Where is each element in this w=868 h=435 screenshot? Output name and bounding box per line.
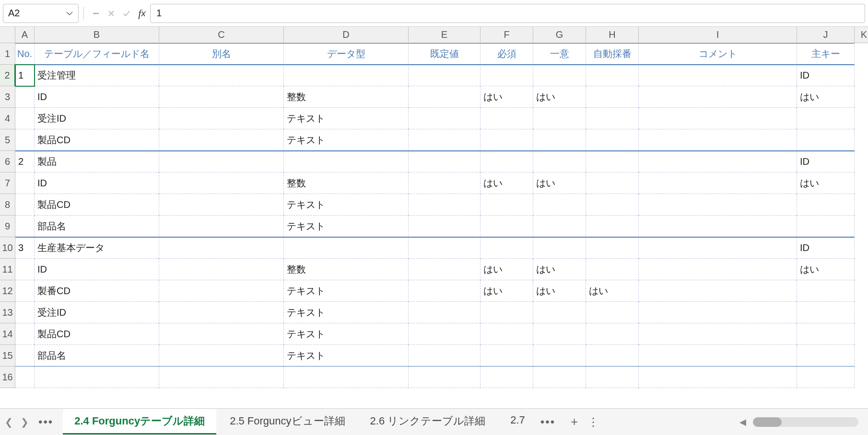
cell[interactable] xyxy=(639,259,797,280)
cell[interactable] xyxy=(586,345,639,366)
cell[interactable]: はい xyxy=(533,86,586,108)
table-header-cell[interactable]: コメント xyxy=(639,43,797,65)
cell[interactable] xyxy=(533,129,586,151)
cell[interactable] xyxy=(15,345,35,366)
column-header[interactable]: C xyxy=(159,27,284,43)
row-header[interactable]: 6 xyxy=(0,151,15,172)
cell[interactable] xyxy=(639,86,797,108)
cell[interactable] xyxy=(15,259,35,280)
cell[interactable]: はい xyxy=(586,280,639,302)
cell[interactable] xyxy=(159,151,284,172)
table-header-cell[interactable]: 自動採番 xyxy=(586,43,639,65)
tab-overflow-icon[interactable]: ••• xyxy=(540,415,561,429)
cell[interactable] xyxy=(35,366,159,388)
cell[interactable]: テキスト xyxy=(284,216,409,237)
cell[interactable]: はい xyxy=(533,280,586,302)
row-header[interactable]: 4 xyxy=(0,108,15,129)
cell[interactable]: テキスト xyxy=(284,194,409,216)
tab-prev-icon[interactable]: ❮ xyxy=(5,416,13,428)
cell[interactable] xyxy=(409,194,481,216)
cell[interactable] xyxy=(409,280,481,302)
cell[interactable]: 受注管理 xyxy=(35,65,159,86)
cell[interactable] xyxy=(797,108,855,129)
cell[interactable]: テキスト xyxy=(284,302,409,323)
cell[interactable]: テキスト xyxy=(284,129,409,151)
cell[interactable] xyxy=(159,366,284,388)
cell[interactable] xyxy=(159,216,284,237)
cell[interactable] xyxy=(586,237,639,259)
cell[interactable]: はい xyxy=(481,172,533,194)
cell[interactable] xyxy=(639,194,797,216)
sheet-tab[interactable]: 2.4 Forguncyテーブル詳細 xyxy=(63,409,216,435)
cell[interactable]: ID xyxy=(797,151,855,172)
cell[interactable] xyxy=(159,172,284,194)
cell[interactable] xyxy=(586,302,639,323)
cell[interactable] xyxy=(639,65,797,86)
cell[interactable]: 部品名 xyxy=(35,216,159,237)
cell[interactable] xyxy=(15,172,35,194)
cell[interactable] xyxy=(797,194,855,216)
cell[interactable]: はい xyxy=(797,259,855,280)
name-box[interactable]: A2 xyxy=(3,4,79,23)
tab-next-icon[interactable]: ❯ xyxy=(21,416,29,428)
cell[interactable] xyxy=(409,108,481,129)
cell[interactable]: 2 xyxy=(15,151,35,172)
horizontal-scrollbar[interactable] xyxy=(753,417,858,427)
cell[interactable] xyxy=(533,323,586,345)
cell[interactable] xyxy=(159,65,284,86)
cell[interactable] xyxy=(159,280,284,302)
cell[interactable] xyxy=(586,366,639,388)
enter-icon[interactable] xyxy=(121,8,132,19)
cell[interactable] xyxy=(481,237,533,259)
cell[interactable] xyxy=(159,345,284,366)
cell[interactable]: 製品CD xyxy=(35,129,159,151)
cell[interactable] xyxy=(797,280,855,302)
cell[interactable]: はい xyxy=(797,86,855,108)
cell[interactable] xyxy=(481,129,533,151)
cell[interactable] xyxy=(284,237,409,259)
fx-icon[interactable]: fx xyxy=(137,8,147,19)
cell[interactable] xyxy=(409,151,481,172)
row-header[interactable]: 3 xyxy=(0,86,15,108)
cell[interactable] xyxy=(159,259,284,280)
cell[interactable] xyxy=(586,194,639,216)
cell[interactable]: はい xyxy=(481,280,533,302)
cell[interactable] xyxy=(481,323,533,345)
column-header[interactable]: B xyxy=(35,27,159,43)
cell[interactable] xyxy=(533,194,586,216)
cell[interactable]: ID xyxy=(797,237,855,259)
cell[interactable] xyxy=(409,172,481,194)
cell[interactable] xyxy=(409,323,481,345)
cell[interactable] xyxy=(639,323,797,345)
row-header[interactable]: 14 xyxy=(0,323,15,345)
cell[interactable] xyxy=(586,172,639,194)
cell[interactable]: ID xyxy=(35,259,159,280)
column-header[interactable]: I xyxy=(639,27,797,43)
row-header[interactable]: 16 xyxy=(0,366,15,388)
cell[interactable] xyxy=(15,86,35,108)
hscroll-left-icon[interactable]: ◀ xyxy=(737,417,749,427)
cell[interactable] xyxy=(481,194,533,216)
cell[interactable]: 製品CD xyxy=(35,194,159,216)
row-header[interactable]: 12 xyxy=(0,280,15,302)
cell[interactable] xyxy=(409,259,481,280)
sheet-tab[interactable]: 2.5 Forguncyビュー詳細 xyxy=(218,409,356,435)
cell[interactable] xyxy=(533,366,586,388)
select-all-corner[interactable] xyxy=(0,27,15,43)
cell[interactable] xyxy=(409,345,481,366)
cell[interactable] xyxy=(409,86,481,108)
table-header-cell[interactable]: 別名 xyxy=(159,43,284,65)
table-header-cell[interactable]: 必須 xyxy=(481,43,533,65)
cell[interactable] xyxy=(639,302,797,323)
cell[interactable] xyxy=(586,151,639,172)
cell[interactable] xyxy=(15,302,35,323)
row-header[interactable]: 11 xyxy=(0,259,15,280)
cell[interactable] xyxy=(639,345,797,366)
tab-options-icon[interactable]: ⋮ xyxy=(587,415,606,429)
cell[interactable] xyxy=(409,216,481,237)
cell[interactable] xyxy=(481,65,533,86)
cell[interactable] xyxy=(481,366,533,388)
cell[interactable] xyxy=(533,345,586,366)
cell[interactable] xyxy=(797,216,855,237)
tab-menu-icon[interactable]: ••• xyxy=(38,415,59,429)
